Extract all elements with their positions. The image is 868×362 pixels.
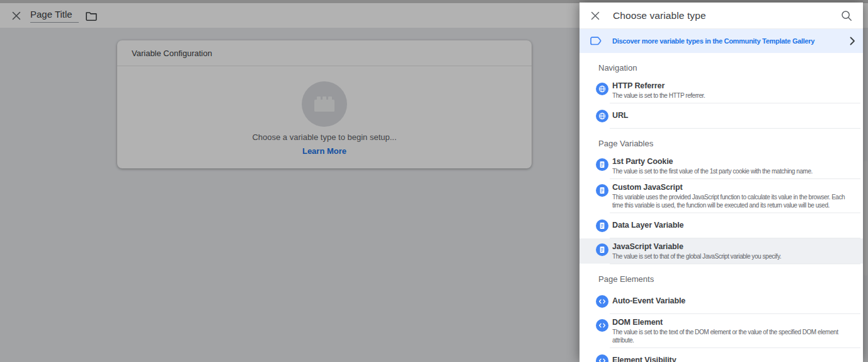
code-icon [596, 319, 608, 332]
variable-type-data-layer-variable[interactable]: Data Layer Variable [580, 213, 863, 238]
variable-type-dom-element[interactable]: DOM ElementThe value is set to the text … [580, 314, 863, 347]
variable-type-auto-event-variable[interactable]: Auto-Event Variable [580, 289, 863, 313]
chevron-right-icon [849, 37, 855, 45]
variable-type-text: 1st Party CookieThe value is set to the … [612, 157, 852, 175]
document-icon [596, 184, 608, 197]
section-label-page-variables: Page Variables [580, 129, 863, 153]
choose-variable-type-panel: Choose variable type Discover more varia… [580, 3, 863, 362]
close-panel-icon[interactable] [590, 11, 600, 21]
variable-type-name: Custom JavaScript [612, 183, 852, 192]
code-icon [596, 295, 608, 308]
variable-type-element-visibility[interactable]: Element Visibility [580, 348, 863, 362]
variable-type-text: DOM ElementThe value is set to the text … [612, 318, 852, 344]
panel-header: Choose variable type [580, 3, 863, 29]
panel-title: Choose variable type [613, 10, 706, 21]
variable-type-text: URL [612, 111, 852, 120]
variable-type-url[interactable]: URL [580, 103, 863, 128]
variable-type-name: URL [612, 111, 852, 120]
variable-type-http-referrer[interactable]: HTTP ReferrerThe value is set to the HTT… [580, 78, 863, 103]
section-label-page-elements: Page Elements [580, 264, 863, 289]
variable-type-1st-party-cookie[interactable]: 1st Party CookieThe value is set to the … [580, 153, 863, 178]
variable-type-javascript-variable[interactable]: JavaScript VariableThe value is set to t… [580, 238, 863, 264]
tag-icon [590, 35, 604, 47]
variable-type-description: The value is set to the first value of t… [612, 167, 852, 175]
document-icon [596, 243, 608, 256]
variable-type-description: The value is set to that of the global J… [612, 252, 852, 260]
variable-type-name: 1st Party Cookie [612, 157, 852, 166]
variable-type-name: DOM Element [612, 318, 852, 327]
variable-type-text: JavaScript VariableThe value is set to t… [612, 242, 852, 260]
community-gallery-banner[interactable]: Discover more variable types in the Comm… [580, 29, 863, 53]
variable-type-custom-javascript[interactable]: Custom JavaScriptThis variable uses the … [580, 179, 863, 213]
globe-icon [596, 83, 608, 95]
variable-type-name: JavaScript Variable [612, 242, 852, 252]
variable-type-description: This variable uses the provided JavaScri… [612, 193, 852, 209]
variable-type-name: Auto-Event Variable [612, 296, 852, 306]
variable-type-description: The value is set to the HTTP referrer. [612, 91, 852, 100]
document-icon [596, 158, 608, 171]
variable-type-list: NavigationHTTP ReferrerThe value is set … [580, 53, 863, 362]
variable-type-text: Data Layer Variable [612, 221, 852, 230]
section-label-navigation: Navigation [580, 53, 863, 78]
search-icon[interactable] [840, 9, 853, 22]
globe-icon [596, 110, 608, 122]
banner-text: Discover more variable types in the Comm… [612, 37, 814, 45]
gtm-variable-editor-screen: Page Title Variable Configuration Choose… [0, 0, 868, 362]
variable-type-name: Element Visibility [612, 356, 852, 362]
variable-type-name: HTTP Referrer [612, 81, 852, 91]
variable-type-text: Custom JavaScriptThis variable uses the … [612, 183, 852, 209]
variable-type-text: Auto-Event Variable [612, 296, 852, 306]
variable-type-text: Element Visibility [612, 356, 852, 362]
code-icon [596, 354, 608, 362]
variable-type-description: The value is set to the text of the DOM … [612, 328, 852, 344]
variable-type-name: Data Layer Variable [612, 221, 852, 230]
document-icon [596, 219, 608, 232]
variable-type-text: HTTP ReferrerThe value is set to the HTT… [612, 81, 852, 100]
